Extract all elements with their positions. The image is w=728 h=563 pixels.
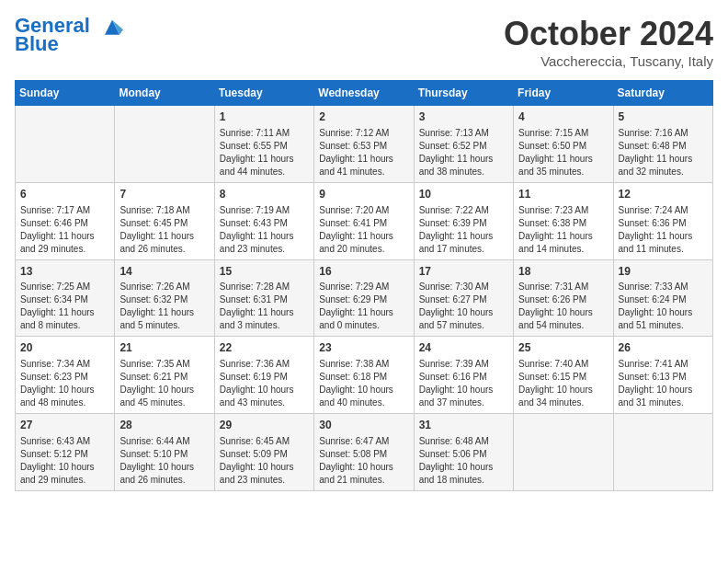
day-number: 2 — [319, 109, 408, 125]
day-info: Sunrise: 7:38 AM Sunset: 6:18 PM Dayligh… — [319, 358, 408, 409]
location: Vacchereccia, Tuscany, Italy — [504, 53, 713, 69]
logo: General Blue — [15, 15, 125, 55]
day-info: Sunrise: 7:24 AM Sunset: 6:36 PM Dayligh… — [619, 204, 708, 256]
day-info: Sunrise: 7:11 AM Sunset: 6:55 PM Dayligh… — [220, 127, 309, 178]
calendar-cell: 14Sunrise: 7:26 AM Sunset: 6:32 PM Dayli… — [115, 259, 214, 337]
calendar-week-row: 27Sunrise: 6:43 AM Sunset: 5:12 PM Dayli… — [16, 414, 713, 491]
day-number: 24 — [419, 340, 508, 356]
day-of-week-header: Friday — [514, 81, 613, 106]
day-info: Sunrise: 6:47 AM Sunset: 5:08 PM Dayligh… — [319, 435, 408, 487]
day-number: 16 — [319, 264, 408, 280]
calendar-week-row: 6Sunrise: 7:17 AM Sunset: 6:46 PM Daylig… — [16, 182, 713, 259]
day-number: 11 — [518, 187, 608, 202]
day-of-week-header: Sunday — [16, 81, 115, 106]
calendar-cell: 18Sunrise: 7:31 AM Sunset: 6:26 PM Dayli… — [514, 259, 613, 337]
day-number: 31 — [419, 418, 508, 433]
calendar-cell: 25Sunrise: 7:40 AM Sunset: 6:15 PM Dayli… — [514, 337, 613, 414]
day-info: Sunrise: 7:36 AM Sunset: 6:19 PM Dayligh… — [220, 358, 309, 409]
calendar-cell — [115, 106, 214, 183]
calendar-cell: 20Sunrise: 7:34 AM Sunset: 6:23 PM Dayli… — [16, 337, 115, 414]
calendar-cell: 13Sunrise: 7:25 AM Sunset: 6:34 PM Dayli… — [16, 259, 115, 337]
calendar-cell: 28Sunrise: 6:44 AM Sunset: 5:10 PM Dayli… — [115, 414, 214, 491]
day-of-week-header: Tuesday — [214, 81, 313, 106]
day-info: Sunrise: 7:18 AM Sunset: 6:45 PM Dayligh… — [119, 204, 209, 256]
day-info: Sunrise: 7:31 AM Sunset: 6:26 PM Dayligh… — [518, 281, 608, 332]
day-number: 18 — [518, 264, 608, 280]
calendar-cell: 8Sunrise: 7:19 AM Sunset: 6:43 PM Daylig… — [214, 182, 313, 259]
day-info: Sunrise: 7:19 AM Sunset: 6:43 PM Dayligh… — [220, 204, 309, 256]
calendar-cell — [514, 414, 613, 491]
day-of-week-header: Saturday — [613, 81, 712, 106]
day-number: 14 — [119, 264, 209, 280]
calendar-week-row: 20Sunrise: 7:34 AM Sunset: 6:23 PM Dayli… — [16, 337, 713, 414]
day-number: 30 — [319, 418, 408, 433]
day-number: 26 — [619, 340, 708, 356]
day-info: Sunrise: 7:35 AM Sunset: 6:21 PM Dayligh… — [119, 358, 209, 409]
day-of-week-header: Thursday — [414, 81, 513, 106]
day-info: Sunrise: 7:34 AM Sunset: 6:23 PM Dayligh… — [20, 358, 109, 409]
calendar-cell: 27Sunrise: 6:43 AM Sunset: 5:12 PM Dayli… — [16, 414, 115, 491]
day-info: Sunrise: 7:40 AM Sunset: 6:15 PM Dayligh… — [518, 358, 608, 409]
day-info: Sunrise: 6:44 AM Sunset: 5:10 PM Dayligh… — [119, 435, 209, 487]
day-info: Sunrise: 7:20 AM Sunset: 6:41 PM Dayligh… — [319, 204, 408, 256]
calendar-cell: 23Sunrise: 7:38 AM Sunset: 6:18 PM Dayli… — [314, 337, 414, 414]
calendar-cell: 21Sunrise: 7:35 AM Sunset: 6:21 PM Dayli… — [115, 337, 214, 414]
day-info: Sunrise: 6:45 AM Sunset: 5:09 PM Dayligh… — [220, 435, 309, 487]
day-number: 17 — [419, 264, 508, 280]
day-number: 22 — [220, 340, 309, 356]
day-info: Sunrise: 7:26 AM Sunset: 6:32 PM Dayligh… — [119, 281, 209, 332]
calendar-cell: 19Sunrise: 7:33 AM Sunset: 6:24 PM Dayli… — [613, 259, 712, 337]
day-number: 1 — [220, 109, 309, 125]
day-info: Sunrise: 7:30 AM Sunset: 6:27 PM Dayligh… — [419, 281, 508, 332]
month-title: October 2024 — [504, 15, 713, 53]
calendar-cell — [613, 414, 712, 491]
page-header: General Blue October 2024 Vacchereccia, … — [15, 15, 713, 69]
calendar-header-row: SundayMondayTuesdayWednesdayThursdayFrid… — [16, 81, 713, 106]
calendar-cell: 7Sunrise: 7:18 AM Sunset: 6:45 PM Daylig… — [115, 182, 214, 259]
day-number: 5 — [619, 109, 708, 125]
calendar-cell: 5Sunrise: 7:16 AM Sunset: 6:48 PM Daylig… — [613, 106, 712, 183]
calendar-cell: 6Sunrise: 7:17 AM Sunset: 6:46 PM Daylig… — [16, 182, 115, 259]
calendar-body: 1Sunrise: 7:11 AM Sunset: 6:55 PM Daylig… — [16, 106, 713, 491]
calendar-cell: 9Sunrise: 7:20 AM Sunset: 6:41 PM Daylig… — [314, 182, 414, 259]
day-number: 10 — [419, 187, 508, 202]
day-info: Sunrise: 7:28 AM Sunset: 6:31 PM Dayligh… — [220, 281, 309, 332]
day-number: 28 — [119, 418, 209, 433]
day-number: 13 — [20, 264, 109, 280]
day-info: Sunrise: 7:22 AM Sunset: 6:39 PM Dayligh… — [419, 204, 508, 256]
calendar-cell: 31Sunrise: 6:48 AM Sunset: 5:06 PM Dayli… — [414, 414, 513, 491]
day-number: 20 — [20, 340, 109, 356]
calendar-cell — [16, 106, 115, 183]
calendar-cell: 29Sunrise: 6:45 AM Sunset: 5:09 PM Dayli… — [214, 414, 313, 491]
day-number: 3 — [419, 109, 508, 125]
calendar-cell: 1Sunrise: 7:11 AM Sunset: 6:55 PM Daylig… — [214, 106, 313, 183]
calendar-cell: 16Sunrise: 7:29 AM Sunset: 6:29 PM Dayli… — [314, 259, 414, 337]
day-number: 7 — [119, 187, 209, 202]
calendar-cell: 3Sunrise: 7:13 AM Sunset: 6:52 PM Daylig… — [414, 106, 513, 183]
calendar-week-row: 13Sunrise: 7:25 AM Sunset: 6:34 PM Dayli… — [16, 259, 713, 337]
day-info: Sunrise: 7:17 AM Sunset: 6:46 PM Dayligh… — [20, 204, 109, 256]
calendar-cell: 12Sunrise: 7:24 AM Sunset: 6:36 PM Dayli… — [613, 182, 712, 259]
calendar-cell: 17Sunrise: 7:30 AM Sunset: 6:27 PM Dayli… — [414, 259, 513, 337]
day-info: Sunrise: 6:48 AM Sunset: 5:06 PM Dayligh… — [419, 435, 508, 487]
day-number: 6 — [20, 187, 109, 202]
day-number: 9 — [319, 187, 408, 202]
day-info: Sunrise: 7:16 AM Sunset: 6:48 PM Dayligh… — [619, 127, 708, 178]
day-number: 8 — [220, 187, 309, 202]
day-info: Sunrise: 7:25 AM Sunset: 6:34 PM Dayligh… — [20, 281, 109, 332]
calendar-cell: 22Sunrise: 7:36 AM Sunset: 6:19 PM Dayli… — [214, 337, 313, 414]
calendar-cell: 30Sunrise: 6:47 AM Sunset: 5:08 PM Dayli… — [314, 414, 414, 491]
calendar-cell: 11Sunrise: 7:23 AM Sunset: 6:38 PM Dayli… — [514, 182, 613, 259]
title-area: October 2024 Vacchereccia, Tuscany, Ital… — [504, 15, 713, 69]
day-number: 27 — [20, 418, 109, 433]
day-info: Sunrise: 7:15 AM Sunset: 6:50 PM Dayligh… — [518, 127, 608, 178]
calendar-cell: 10Sunrise: 7:22 AM Sunset: 6:39 PM Dayli… — [414, 182, 513, 259]
day-number: 21 — [119, 340, 209, 356]
day-of-week-header: Wednesday — [314, 81, 414, 106]
calendar-week-row: 1Sunrise: 7:11 AM Sunset: 6:55 PM Daylig… — [16, 106, 713, 183]
day-info: Sunrise: 7:41 AM Sunset: 6:13 PM Dayligh… — [619, 358, 708, 409]
day-number: 23 — [319, 340, 408, 356]
calendar-cell: 24Sunrise: 7:39 AM Sunset: 6:16 PM Dayli… — [414, 337, 513, 414]
day-info: Sunrise: 7:29 AM Sunset: 6:29 PM Dayligh… — [319, 281, 408, 332]
day-number: 29 — [220, 418, 309, 433]
